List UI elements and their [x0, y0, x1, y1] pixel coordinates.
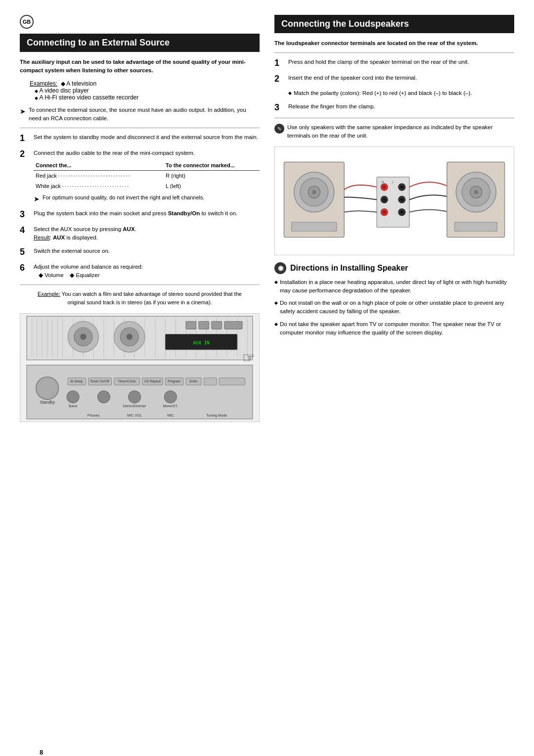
svg-text:L: L	[392, 181, 393, 184]
direction-item-3: Do not take the speaker apart from TV or…	[274, 320, 514, 337]
svg-text:AUX IN: AUX IN	[193, 340, 210, 345]
divider	[20, 128, 260, 128]
step-1: 1 Set the system to standby mode and dis…	[20, 133, 260, 144]
svg-point-79	[383, 198, 386, 201]
step-3-content: Plug the system back into the main socke…	[34, 209, 260, 218]
table-row: Red jack ····························· R…	[34, 171, 260, 181]
svg-point-58	[129, 391, 141, 403]
directions-title: Directions in Installing Speaker	[290, 264, 408, 273]
arrow-icon: ➤	[20, 106, 26, 117]
note-icon: ✎	[274, 124, 284, 134]
svg-text:Demo/Dimmer: Demo/Dimmer	[123, 404, 146, 408]
example-footer: Example: You can watch a film and take a…	[20, 290, 260, 306]
directions-list: Installation in a place near heating app…	[274, 278, 514, 337]
svg-point-83	[383, 210, 386, 213]
right-step-2b-content: Match the polarity (colors): Red (+) to …	[288, 89, 514, 97]
device-diagram: AUX IN Standby Al Sleep	[20, 313, 260, 422]
example-item: A video disc player	[35, 87, 260, 94]
step-4: 4 Select the AUX source by pressing AUX.…	[20, 225, 260, 242]
svg-text:Program: Program	[168, 379, 180, 383]
step-1-text: Set the system to standby mode and disco…	[34, 134, 258, 140]
svg-rect-33	[199, 322, 209, 330]
svg-rect-72	[292, 222, 337, 231]
table-col1-header: Connect the...	[34, 160, 164, 171]
connection-note: ➤ To connect the external source, the so…	[20, 106, 260, 123]
examples-section: Examples: ◆ A television A video disc pl…	[30, 80, 260, 101]
svg-text:CD Repeat: CD Repeat	[144, 379, 161, 383]
table-cell: L (left)	[164, 181, 260, 191]
channel-note-text: For optimum sound quality, do not invert…	[43, 194, 205, 201]
svg-text:Phones: Phones	[88, 413, 100, 418]
right-step-2-content: Insert the end of the speaker cord into …	[288, 74, 514, 82]
step-3-num: 3	[20, 209, 29, 220]
svg-point-77	[400, 186, 403, 189]
svg-point-39	[36, 377, 59, 400]
step-3: 3 Plug the system back into the main soc…	[20, 209, 260, 220]
svg-rect-35	[224, 322, 242, 330]
right-step-1: 1 Press and hold the clamp of the speake…	[274, 58, 514, 69]
right-step-2-num: 2	[274, 74, 283, 85]
svg-text:Band: Band	[69, 404, 77, 408]
svg-point-28	[80, 334, 86, 340]
examples-label: Examples:	[30, 80, 57, 87]
svg-point-85	[400, 210, 403, 213]
step-2: 2 Connect the audio cable to the rear of…	[20, 149, 260, 204]
direction-item-2: Do not install on the wall or on a high …	[274, 299, 514, 316]
step-4-content: Select the AUX source by pressing AUX. R…	[34, 225, 260, 242]
device-diagram-svg: AUX IN Standby Al Sleep	[20, 314, 259, 422]
table-cell: White jack ···························	[34, 181, 164, 191]
svg-rect-38	[27, 365, 253, 419]
speaker-diagram: R L	[274, 146, 514, 255]
step-2-num: 2	[20, 149, 29, 160]
svg-point-31	[127, 334, 133, 340]
svg-text:MIC: MIC	[167, 413, 174, 418]
speaker-note-text: Use only speakers with the same speaker …	[287, 123, 514, 141]
left-intro-text: The auxiliary input can be used to take …	[20, 58, 260, 75]
gb-badge: GB	[20, 15, 34, 29]
svg-text:Enter: Enter	[189, 379, 198, 383]
page-number: 8	[40, 749, 43, 756]
right-divider-top	[274, 52, 514, 53]
speaker-note-block: ✎ Use only speakers with the same speake…	[274, 123, 514, 141]
svg-text:MIC VOL: MIC VOL	[127, 413, 142, 418]
svg-text:R: R	[382, 180, 384, 184]
right-step-1-num: 1	[274, 58, 283, 69]
step-6-num: 6	[20, 263, 29, 274]
connection-note-text: To connect the external source, the sour…	[29, 106, 260, 123]
svg-rect-32	[186, 322, 196, 330]
divider-2	[20, 284, 260, 285]
svg-rect-47	[204, 378, 217, 385]
svg-text:Timer On/Off: Timer On/Off	[90, 379, 109, 383]
svg-text:Al Sleep: Al Sleep	[70, 379, 83, 383]
step-5: 5 Switch the external source on.	[20, 247, 260, 258]
right-step-3-content: Release the finger from the clamp.	[288, 102, 514, 111]
right-step-1-content: Press and hold the clamp of the speaker …	[288, 58, 514, 66]
step-1-content: Set the system to standby mode and disco…	[34, 133, 260, 142]
step-5-num: 5	[20, 247, 29, 258]
example-item: A Hi-Fi stereo video cassette recorder	[35, 94, 260, 101]
svg-point-90	[474, 190, 478, 194]
step-5-content: Switch the external source on.	[34, 247, 260, 255]
right-section: Connecting the Loudspeakers The loudspea…	[274, 15, 514, 422]
direction-item-1: Installation in a place near heating app…	[274, 278, 514, 295]
svg-rect-48	[219, 378, 245, 385]
right-step-2b: Match the polarity (colors): Red (+) to …	[288, 89, 514, 97]
polarity-note: Match the polarity (colors): Red (+) to …	[288, 89, 514, 97]
svg-point-57	[97, 391, 110, 403]
svg-point-60	[164, 391, 177, 403]
step-6: 6 Adjust the volume and balance as requi…	[20, 263, 260, 280]
svg-point-71	[312, 190, 316, 194]
svg-point-75	[383, 186, 386, 189]
svg-text:Standby: Standby	[40, 400, 55, 405]
svg-text:☞: ☞	[242, 350, 255, 366]
arrow-icon: ➤	[34, 194, 40, 204]
svg-point-81	[400, 198, 403, 201]
channel-note: ➤ For optimum sound quality, do not inve…	[34, 194, 260, 204]
right-step-3: 3 Release the finger from the clamp.	[274, 102, 514, 113]
svg-point-55	[67, 391, 79, 403]
left-section-header: Connecting to an External Source	[20, 34, 260, 52]
speaker-svg: R L	[275, 147, 514, 255]
right-section-header: Connecting the Loudspeakers	[274, 15, 514, 33]
directions-icon: ◉	[274, 262, 286, 274]
svg-rect-34	[212, 322, 222, 330]
